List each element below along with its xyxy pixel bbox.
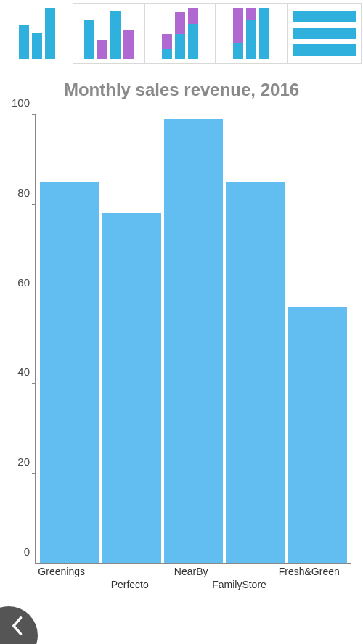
x-tick-label: Greenings: [38, 566, 85, 577]
x-tick-label: NearBy: [174, 566, 208, 577]
bar[interactable]: [288, 307, 347, 564]
y-tick-label: 40: [17, 366, 36, 378]
chart-title: Monthly sales revenue, 2016: [0, 67, 363, 107]
chart-type-stacked-bar-100[interactable]: [216, 3, 287, 64]
x-tick-label: Fresh&Green: [279, 566, 340, 577]
chart-type-simple-bar[interactable]: [1, 3, 73, 64]
x-tick-label: Perfecto: [111, 579, 149, 590]
bar[interactable]: [164, 119, 223, 564]
chart-type-selector: [0, 0, 363, 67]
chart-type-stacked-bar[interactable]: [144, 3, 216, 64]
bar[interactable]: [102, 213, 160, 564]
x-tick-label: FamilyStore: [212, 579, 266, 590]
chart-area: 020406080100 GreeningsPerfectoNearByFami…: [0, 107, 363, 600]
chart-type-grouped-bar[interactable]: [73, 3, 144, 64]
bars: [36, 115, 351, 564]
chart-type-stacked-horiz[interactable]: [287, 3, 362, 64]
y-tick-label: 80: [17, 186, 36, 198]
y-tick-label: 60: [17, 276, 36, 288]
y-tick-label: 100: [12, 96, 36, 109]
back-button[interactable]: [0, 606, 38, 644]
x-axis-labels: GreeningsPerfectoNearByFamilyStoreFresh&…: [35, 564, 351, 593]
y-tick-label: 20: [17, 455, 36, 468]
y-tick-label: 0: [24, 545, 36, 558]
plot: 020406080100: [35, 115, 351, 564]
bar[interactable]: [40, 182, 99, 564]
chevron-left-icon: [10, 616, 23, 639]
bar[interactable]: [226, 182, 285, 564]
